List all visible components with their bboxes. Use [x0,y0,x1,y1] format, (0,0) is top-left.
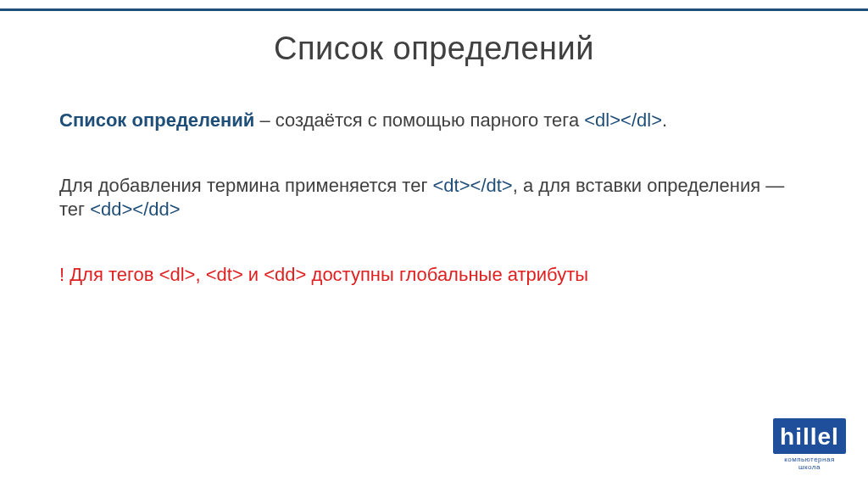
text: – создаётся с помощью парного тега [254,109,584,131]
text: доступны глобальные атрибуты [306,264,588,285]
code-dt: <dt></dt> [433,175,513,196]
text: ! Для тегов [59,264,159,285]
code-dt: <dt> [206,264,243,285]
term-highlight: Список определений [59,109,254,131]
top-divider [0,8,868,11]
code-dl: <dl> [159,264,196,285]
text: и [243,264,264,285]
code-dl: <dl></dl> [584,109,662,131]
text: . [662,109,667,131]
code-dd: <dd></dd> [90,199,180,220]
paragraph-definition: Список определений – создаётся с помощью… [59,108,809,133]
slide-content: Список определений Список определений – … [0,0,868,287]
slide-title: Список определений [59,31,809,67]
logo-subtext: компьютерная школа [773,456,846,472]
paragraph-note: ! Для тегов <dl>, <dt> и <dd> доступны г… [59,263,809,288]
text: , [195,264,205,285]
brand-logo: hillel компьютерная школа [773,418,846,472]
code-dd: <dd> [264,264,306,285]
paragraph-usage: Для добавления термина применяется тег <… [59,174,809,222]
logo-text: hillel [773,418,846,454]
text: Для добавления термина применяется тег [59,175,433,196]
